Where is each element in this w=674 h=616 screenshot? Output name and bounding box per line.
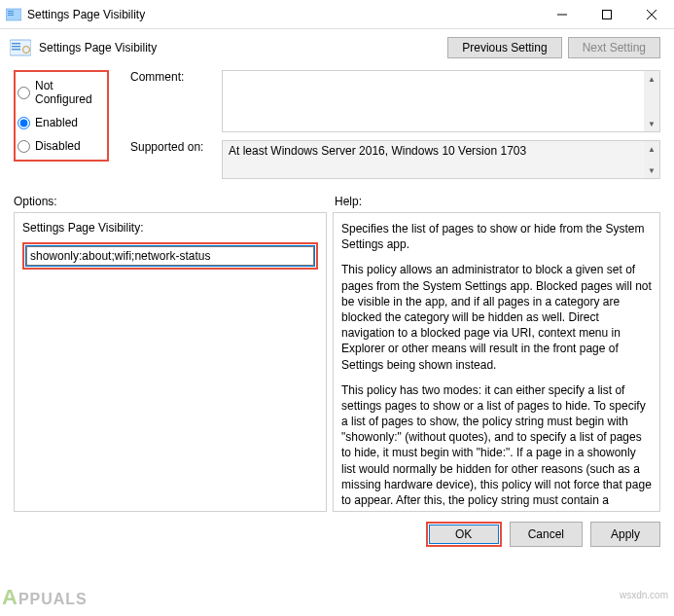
cancel-button[interactable]: Cancel (510, 522, 583, 547)
ok-button-highlight: OK (426, 522, 502, 547)
footer-buttons: OK Cancel Apply (0, 512, 674, 547)
window-controls (540, 0, 674, 28)
help-heading: Help: (335, 195, 660, 208)
policy-icon (10, 39, 31, 56)
svg-rect-1 (8, 11, 14, 12)
apply-button[interactable]: Apply (590, 522, 660, 547)
svg-rect-10 (12, 46, 20, 47)
maximize-button[interactable] (585, 0, 629, 28)
scroll-up-icon[interactable]: ▲ (644, 71, 659, 87)
settings-page-visibility-input[interactable] (26, 246, 314, 266)
supported-scrollbar[interactable]: ▲ ▼ (644, 141, 659, 178)
comment-scrollbar[interactable]: ▲ ▼ (644, 71, 659, 131)
radio-label: Enabled (35, 116, 78, 129)
scroll-down-icon[interactable]: ▼ (644, 163, 659, 178)
close-button[interactable] (629, 0, 674, 28)
svg-rect-9 (12, 43, 20, 44)
minimize-button[interactable] (540, 0, 585, 28)
watermark-brand: APPUALS (2, 585, 88, 610)
watermark-site: wsxdn.com (620, 590, 668, 600)
radio-disabled-input[interactable] (18, 140, 30, 153)
option-label: Settings Page Visibility: (22, 221, 318, 235)
scroll-down-icon[interactable]: ▼ (644, 116, 659, 131)
supported-field: At least Windows Server 2016, Windows 10… (222, 140, 660, 179)
titlebar: Settings Page Visibility (0, 0, 674, 29)
svg-rect-2 (8, 13, 14, 14)
radio-not-configured-input[interactable] (18, 87, 30, 99)
svg-rect-5 (603, 10, 612, 18)
page-title: Settings Page Visibility (39, 41, 440, 54)
ok-button[interactable]: OK (429, 525, 499, 544)
nav-buttons: Previous Setting Next Setting (447, 37, 660, 58)
radio-enabled-input[interactable] (18, 117, 30, 129)
options-pane: Settings Page Visibility: (14, 212, 327, 512)
help-text: This policy has two modes: it can either… (341, 382, 652, 512)
radio-not-configured[interactable]: Not Configured (16, 74, 103, 111)
radio-label: Disabled (35, 139, 81, 153)
comment-field[interactable]: ▲ ▼ (222, 70, 660, 132)
radio-disabled[interactable]: Disabled (16, 134, 103, 158)
radio-label: Not Configured (35, 79, 101, 106)
previous-setting-button[interactable]: Previous Setting (447, 37, 561, 58)
option-input-highlight (22, 242, 318, 270)
state-radio-group: Not Configured Enabled Disabled (14, 70, 109, 162)
options-heading: Options: (14, 195, 335, 208)
svg-rect-3 (8, 15, 14, 16)
comment-label: Comment: (130, 70, 222, 132)
window-title: Settings Page Visibility (27, 8, 540, 21)
supported-label: Supported on: (130, 140, 222, 179)
svg-rect-8 (10, 40, 31, 55)
scroll-up-icon[interactable]: ▲ (644, 141, 659, 157)
help-text: Specifies the list of pages to show or h… (341, 221, 652, 252)
help-text: This policy allows an administrator to b… (341, 262, 652, 372)
app-icon (6, 7, 21, 22)
svg-rect-11 (12, 49, 20, 50)
next-setting-button: Next Setting (568, 37, 660, 58)
help-pane[interactable]: Specifies the list of pages to show or h… (333, 212, 660, 512)
header-row: Settings Page Visibility Previous Settin… (0, 29, 674, 66)
radio-enabled[interactable]: Enabled (16, 111, 103, 134)
